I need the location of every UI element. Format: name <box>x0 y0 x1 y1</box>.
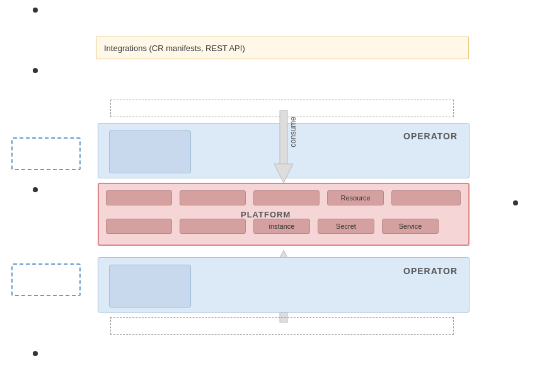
svg-marker-2 <box>274 164 293 183</box>
instance-label: instance <box>269 222 295 230</box>
integrations-label: Integrations (CR manifests, REST API) <box>104 43 245 53</box>
platform-box-service: Service <box>382 219 439 234</box>
operator-top-label: OPERATOR <box>403 131 458 141</box>
consume-text: consume <box>289 117 297 147</box>
platform-box-resource: Resource <box>327 190 384 205</box>
platform-label: PLATFORM <box>241 210 291 219</box>
bullet-dot-1 <box>33 8 38 13</box>
left-dashed-box-bottom <box>11 263 81 296</box>
platform-box-r1-1 <box>106 190 172 205</box>
left-dashed-box-top <box>11 137 81 170</box>
operator-bottom-label: OPERATOR <box>403 266 458 276</box>
bullet-dot-right <box>513 200 518 205</box>
sp-box-bottom: ServiceProvider handler <box>109 265 191 308</box>
resource-label: Resource <box>340 194 370 202</box>
platform-box-r1-3 <box>253 190 320 205</box>
platform-box-r2-1 <box>106 219 172 234</box>
platform-box-r1-2 <box>180 190 246 205</box>
platform-box-instance: instance <box>253 219 310 234</box>
sp-box-top: ServiceProvider handler <box>109 130 191 173</box>
bullet-dot-3 <box>33 187 38 192</box>
platform-box-r1-5 <box>391 190 461 205</box>
bullet-dot-4 <box>33 351 38 356</box>
dashed-rect-bottom <box>110 317 454 335</box>
platform-box-secret: Secret <box>318 219 374 234</box>
service-label: Service <box>399 222 422 230</box>
bullet-dot-2 <box>33 68 38 73</box>
platform-box-r2-2 <box>180 219 246 234</box>
integrations-box: Integrations (CR manifests, REST API) <box>96 37 469 59</box>
secret-label: Secret <box>336 222 356 230</box>
diagram-area: Integrations (CR manifests, REST API) OP… <box>0 0 542 392</box>
